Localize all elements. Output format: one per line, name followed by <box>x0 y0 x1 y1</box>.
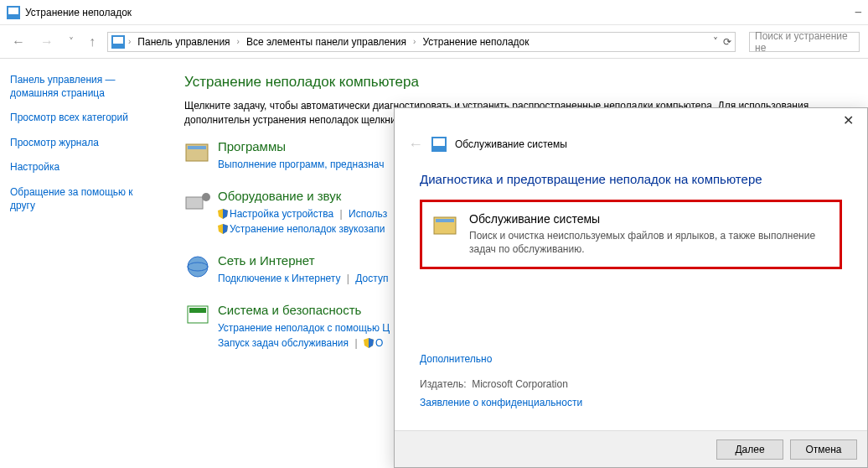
publisher-info: Издатель: Microsoft Corporation <box>420 378 842 390</box>
separator-icon: › <box>128 37 131 46</box>
svg-rect-5 <box>188 146 206 149</box>
sidebar-link-home[interactable]: Панель управления — домашняя страница <box>10 74 158 100</box>
link-internet-connection[interactable]: Подключение к Интернету <box>218 273 341 284</box>
forward-button[interactable]: → <box>37 34 57 49</box>
category-hardware-title[interactable]: Оборудование и звук <box>218 189 387 203</box>
dialog-close-button[interactable]: ✕ <box>838 111 859 130</box>
category-network-title[interactable]: Сеть и Интернет <box>218 253 388 268</box>
advanced-link[interactable]: Дополнительно <box>420 353 842 365</box>
cancel-button[interactable]: Отмена <box>790 439 857 460</box>
svg-rect-13 <box>433 138 445 146</box>
troubleshooter-dialog: ✕ ← Обслуживание системы Диагностика и п… <box>394 107 868 468</box>
breadcrumb-all-items[interactable]: Все элементы панели управления <box>243 36 410 48</box>
address-icon <box>111 35 125 49</box>
dialog-back-button[interactable]: ← <box>408 136 423 153</box>
system-icon <box>184 303 211 330</box>
window-title: Устранение неполадок <box>25 7 132 18</box>
svg-rect-15 <box>436 219 454 222</box>
publisher-name: Microsoft Corporation <box>472 378 568 390</box>
item-title: Обслуживание системы <box>469 212 829 226</box>
sidebar-link-settings[interactable]: Настройка <box>10 161 158 174</box>
dialog-footer: Далее Отмена <box>395 430 867 467</box>
svg-rect-1 <box>8 8 18 14</box>
breadcrumb-control-panel[interactable]: Панель управления <box>134 36 233 48</box>
minimize-button[interactable]: ─ <box>855 7 861 18</box>
separator-icon: › <box>413 37 416 46</box>
shield-icon <box>218 209 228 219</box>
dialog-body: Диагностика и предотвращение неполадок н… <box>395 164 867 431</box>
window-titlebar: Устранение неполадок ─ <box>0 0 868 25</box>
breadcrumb-troubleshooting[interactable]: Устранение неполадок <box>419 36 532 48</box>
svg-rect-11 <box>189 308 206 313</box>
link-configure-device[interactable]: Настройка устройства <box>230 208 333 220</box>
sidebar: Панель управления — домашняя страница Пр… <box>0 59 168 468</box>
privacy-link[interactable]: Заявление о конфиденциальности <box>420 397 842 408</box>
item-description: Поиск и очистка неиспользуемых файлов и … <box>469 229 829 257</box>
link-audio-troubleshoot[interactable]: Устранение неполадок звукозапи <box>230 223 385 235</box>
dialog-header-icon <box>431 137 447 152</box>
shield-icon <box>218 224 228 234</box>
dialog-header-title: Обслуживание системы <box>455 138 567 150</box>
network-icon <box>184 253 211 280</box>
svg-point-7 <box>202 193 210 201</box>
shield-icon <box>364 338 374 348</box>
back-button[interactable]: ← <box>8 34 28 49</box>
svg-rect-3 <box>113 37 123 44</box>
dialog-heading: Диагностика и предотвращение неполадок н… <box>420 172 842 186</box>
address-dropdown[interactable]: ˅ <box>713 36 718 48</box>
link-use[interactable]: Использ <box>349 208 387 220</box>
link-run-programs[interactable]: Выполнение программ, предназнач <box>218 159 384 170</box>
link-troubleshoot-wu[interactable]: Устранение неполадок с помощью Ц <box>218 322 390 334</box>
search-placeholder: Поиск и устранение не <box>755 30 854 54</box>
nav-bar: ← → ˅ ↑ › Панель управления › Все элемен… <box>0 25 868 59</box>
next-button[interactable]: Далее <box>716 439 783 460</box>
hardware-icon <box>184 189 211 216</box>
link-o[interactable]: О <box>375 337 383 349</box>
up-button[interactable]: ↑ <box>85 34 99 49</box>
separator: | <box>347 273 349 284</box>
highlighted-item[interactable]: Обслуживание системы Поиск и очистка неи… <box>420 200 842 270</box>
app-icon <box>7 6 20 19</box>
recent-button[interactable]: ˅ <box>65 36 77 48</box>
programs-icon <box>184 139 211 166</box>
dialog-titlebar: ✕ <box>395 108 867 133</box>
link-access[interactable]: Доступ <box>355 273 388 284</box>
separator: | <box>340 208 343 220</box>
svg-rect-6 <box>186 197 203 209</box>
refresh-button[interactable]: ⟳ <box>723 36 731 48</box>
maintenance-icon <box>432 212 459 239</box>
category-system-title[interactable]: Система и безопасность <box>218 303 390 317</box>
svg-point-8 <box>188 257 208 277</box>
publisher-label: Издатель: <box>420 378 467 390</box>
link-maintenance-tasks[interactable]: Запуск задач обслуживания <box>218 337 349 349</box>
separator-icon: › <box>237 37 240 46</box>
search-input[interactable]: Поиск и устранение не <box>749 32 860 52</box>
sidebar-link-history[interactable]: Просмотр журнала <box>10 137 158 150</box>
dialog-header: ← Обслуживание системы <box>395 133 867 164</box>
sidebar-link-all-categories[interactable]: Просмотр всех категорий <box>10 112 158 125</box>
address-bar[interactable]: › Панель управления › Все элементы панел… <box>107 32 736 52</box>
page-heading: Устранение неполадок компьютера <box>184 74 851 91</box>
separator: | <box>354 337 357 349</box>
sidebar-link-get-help[interactable]: Обращение за помощью к другу <box>10 186 158 212</box>
category-programs-title[interactable]: Программы <box>218 139 384 153</box>
